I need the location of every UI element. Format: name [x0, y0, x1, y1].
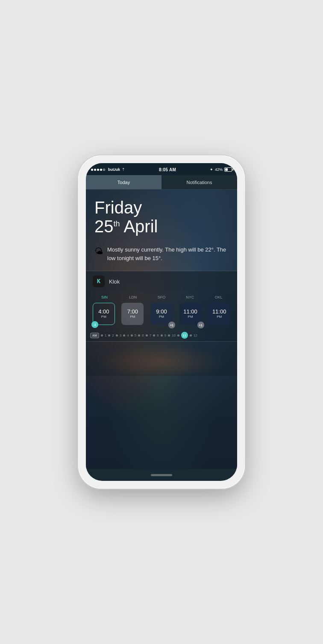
signal-dot-4	[100, 169, 102, 171]
signal-dot-3	[97, 169, 99, 171]
tab-notifications[interactable]: Notifications	[162, 175, 237, 189]
battery-percent: 42%	[215, 167, 223, 172]
tab-today[interactable]: Today	[86, 175, 162, 189]
tl-2: 2	[112, 334, 114, 337]
timeline-section: AM 1 2 3 4 5 6 7 8	[86, 328, 237, 341]
clock-ldn-time: 7:00	[127, 309, 138, 315]
date-day: Friday	[94, 198, 229, 217]
phone-frame: buUuk ⇡ 8:05 AM ✦ 42% Today Notification…	[78, 155, 245, 489]
clock-sin[interactable]: 4:00 PM -1	[93, 303, 115, 325]
am-badge: AM	[90, 333, 99, 338]
tl-8: 8	[157, 334, 159, 337]
status-bar: buUuk ⇡ 8:05 AM ✦ 42%	[86, 163, 237, 175]
battery-fill	[225, 168, 228, 171]
tl-dot-5	[138, 334, 140, 337]
clock-ldn-period: PM	[130, 315, 135, 319]
content-scroll[interactable]: Friday 25th April 🌤 Mostly sunny current…	[86, 190, 237, 469]
date-month: April	[123, 217, 158, 236]
tl-dot-9	[168, 334, 170, 337]
date-num: 25	[94, 217, 114, 236]
date-section: Friday 25th April	[86, 190, 237, 242]
city-okl: OKL	[208, 295, 230, 299]
clock-nyc-period: PM	[188, 315, 193, 319]
date-sup: th	[114, 220, 120, 228]
bottom-area	[86, 342, 237, 376]
klok-title: Klok	[109, 278, 120, 285]
city-sfo: SFO	[150, 295, 173, 299]
nyc-day-badge: +1	[197, 322, 204, 328]
signal-dot-1	[91, 169, 93, 171]
klok-app-icon: K	[93, 275, 105, 287]
clock-okl[interactable]: 11:00 PM	[208, 303, 230, 325]
clock-okl-time: 11:00	[212, 309, 226, 315]
tl-dot-7	[153, 334, 155, 337]
clock-okl-period: PM	[217, 315, 222, 319]
tl-dot-6	[146, 334, 148, 337]
tl-dot-8	[161, 334, 163, 337]
home-bar	[151, 474, 172, 476]
clock-nyc-time: 11:00	[183, 309, 197, 315]
tl-dot-11	[190, 334, 192, 337]
bottom-gradient	[86, 342, 237, 376]
tl-dot-3	[123, 334, 125, 337]
battery-icon	[224, 167, 232, 172]
tl-10: 10	[172, 334, 176, 337]
signal-dot-5	[103, 169, 105, 171]
clock-nyc[interactable]: 11:00 PM +1	[179, 303, 202, 325]
city-sin: SIN	[93, 295, 115, 299]
clock-sfo-period: PM	[159, 315, 164, 319]
sun-icon: 🌤	[94, 246, 103, 256]
clock-ldn[interactable]: 7:00 PM	[121, 303, 144, 325]
clock-sin-period: PM	[101, 315, 106, 319]
sin-neg-badge: -1	[91, 321, 98, 328]
date-full: 25th April	[94, 217, 229, 236]
tl-7: 7	[150, 334, 151, 337]
tl-3: 3	[120, 334, 121, 337]
city-nyc: NYC	[179, 295, 201, 299]
city-ldn: LDN	[122, 295, 144, 299]
klok-header: K Klok	[86, 271, 237, 292]
tl-dot-10	[177, 334, 179, 337]
tl-dot-0	[101, 334, 103, 337]
clock-sin-time: 4:00	[98, 309, 109, 315]
weather-text: Mostly sunny currently. The high will be…	[107, 246, 229, 262]
tl-dot-1	[108, 334, 110, 337]
signal-dot-2	[94, 169, 96, 171]
cities-row: SIN LDN SFO NYC OKL	[86, 292, 237, 301]
home-indicator[interactable]	[86, 469, 237, 481]
carrier-name: buUuk	[108, 167, 120, 172]
status-right: ✦ 42%	[210, 167, 232, 172]
bluetooth-icon: ✦	[210, 167, 213, 172]
tl-dot-4	[131, 334, 133, 337]
signal-dots	[91, 169, 105, 171]
clock-sfo-time: 9:00	[156, 309, 167, 315]
wifi-icon: ⇡	[122, 167, 125, 172]
tl-9: 9	[164, 334, 166, 337]
tl-12: 12	[194, 334, 197, 337]
tl-dot-2	[116, 334, 118, 337]
status-left: buUuk ⇡	[91, 167, 125, 172]
weather-section: 🌤 Mostly sunny currently. The high will …	[86, 242, 237, 271]
status-time: 8:05 AM	[159, 167, 176, 172]
tl-6: 6	[142, 334, 144, 337]
clock-sfo[interactable]: 9:00 PM +1	[150, 303, 173, 325]
tl-11-active: 11	[181, 332, 188, 339]
clocks-row: 4:00 PM -1 7:00 PM 9:00 PM +1	[86, 301, 237, 328]
phone-screen: buUuk ⇡ 8:05 AM ✦ 42% Today Notification…	[86, 163, 237, 481]
tl-1: 1	[105, 334, 106, 337]
tab-bar: Today Notifications	[86, 175, 237, 190]
tl-5: 5	[135, 334, 136, 337]
main-content: Friday 25th April 🌤 Mostly sunny current…	[86, 190, 237, 469]
tl-4: 4	[127, 334, 129, 337]
sfo-day-badge: +1	[168, 322, 175, 328]
